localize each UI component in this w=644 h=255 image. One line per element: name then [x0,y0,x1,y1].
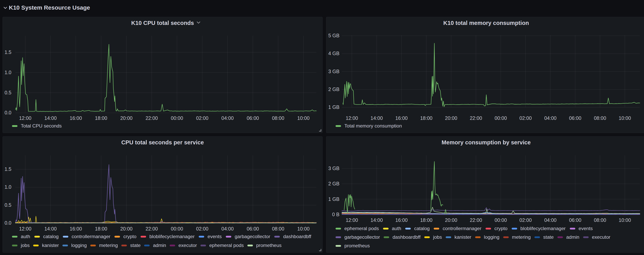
svg-text:10:00: 10:00 [619,217,631,223]
svg-text:04:00: 04:00 [544,115,557,121]
svg-text:16:00: 16:00 [70,115,82,121]
svg-text:14:00: 14:00 [370,115,383,121]
svg-text:0.0: 0.0 [4,110,12,115]
svg-text:22:00: 22:00 [470,115,482,121]
svg-text:0.0: 0.0 [4,220,12,226]
svg-text:10:00: 10:00 [297,115,310,121]
svg-text:10:00: 10:00 [297,226,310,232]
svg-text:08:00: 08:00 [272,226,284,232]
svg-text:22:00: 22:00 [470,217,482,223]
svg-text:0.5: 0.5 [4,90,12,95]
svg-text:04:00: 04:00 [544,217,557,223]
svg-text:06:00: 06:00 [569,115,581,121]
svg-text:18:00: 18:00 [95,115,108,121]
svg-text:18:00: 18:00 [420,115,432,121]
svg-text:16:00: 16:00 [396,115,408,121]
svg-text:1.5: 1.5 [4,49,12,55]
svg-text:00:00: 00:00 [171,115,183,121]
svg-text:00:00: 00:00 [171,226,183,232]
svg-text:3 GB: 3 GB [328,69,340,74]
svg-text:2 GB: 2 GB [328,86,340,92]
svg-text:04:00: 04:00 [222,226,234,232]
svg-text:18:00: 18:00 [420,217,432,223]
svg-text:16:00: 16:00 [396,217,408,223]
svg-text:10:00: 10:00 [619,115,631,121]
svg-text:14:00: 14:00 [44,226,57,232]
svg-text:06:00: 06:00 [569,217,581,223]
svg-text:06:00: 06:00 [246,226,259,232]
svg-text:04:00: 04:00 [222,115,234,121]
svg-text:20:00: 20:00 [120,115,132,121]
svg-text:1.0: 1.0 [4,70,12,75]
svg-text:1.0: 1.0 [4,184,12,190]
svg-text:00:00: 00:00 [494,217,507,223]
svg-text:1.5: 1.5 [4,166,12,172]
svg-text:02:00: 02:00 [196,226,208,232]
svg-text:3 GB: 3 GB [328,166,340,171]
svg-text:06:00: 06:00 [246,115,259,121]
svg-text:22:00: 22:00 [146,115,158,121]
svg-text:02:00: 02:00 [520,217,532,223]
svg-text:20:00: 20:00 [445,115,457,121]
svg-text:16:00: 16:00 [70,226,82,232]
svg-text:12:00: 12:00 [19,115,32,121]
svg-text:0.5: 0.5 [4,202,12,208]
svg-text:02:00: 02:00 [520,115,532,121]
svg-text:02:00: 02:00 [196,115,208,121]
svg-text:2 GB: 2 GB [328,181,340,186]
svg-text:08:00: 08:00 [594,217,606,223]
svg-text:1 GB: 1 GB [328,104,340,110]
svg-text:12:00: 12:00 [19,226,32,232]
svg-text:5 GB: 5 GB [328,33,340,38]
svg-text:20:00: 20:00 [120,226,132,232]
svg-text:20:00: 20:00 [445,217,457,223]
svg-text:1 GB: 1 GB [328,196,340,202]
svg-text:12:00: 12:00 [346,115,358,121]
svg-text:08:00: 08:00 [272,115,284,121]
svg-text:14:00: 14:00 [44,115,57,121]
svg-text:12:00: 12:00 [346,217,358,223]
svg-text:08:00: 08:00 [594,115,606,121]
svg-text:18:00: 18:00 [95,226,108,232]
svg-text:0 B: 0 B [332,212,340,217]
svg-text:14:00: 14:00 [370,217,383,223]
svg-text:22:00: 22:00 [146,226,158,232]
svg-text:00:00: 00:00 [494,115,507,121]
svg-text:4 GB: 4 GB [328,51,340,56]
